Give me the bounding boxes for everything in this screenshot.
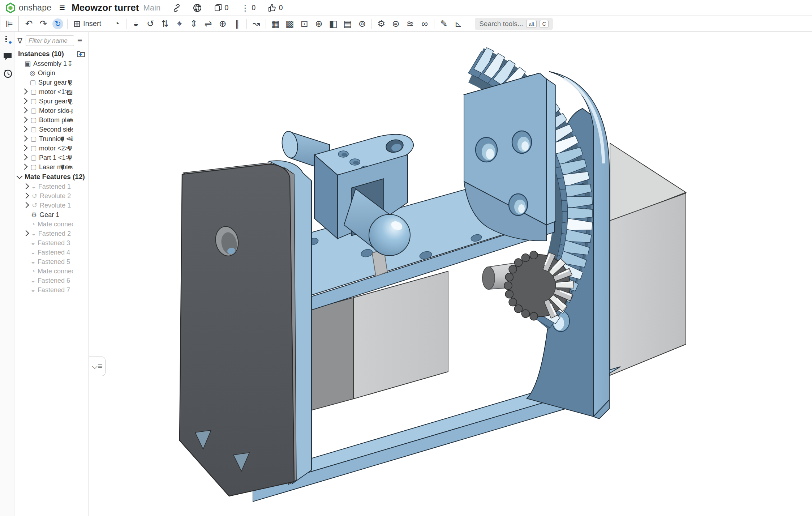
turret-upright-plate[interactable]: [464, 73, 556, 241]
instance-row[interactable]: ◎Origin: [14, 68, 89, 78]
mate-feature-row[interactable]: ◒Fastened 1: [14, 182, 89, 191]
instance-row[interactable]: ▢Laser moto...⋔⇦: [14, 162, 89, 172]
mate-feature-row[interactable]: ◒Fastened 7: [14, 285, 89, 295]
mate-feature-row[interactable]: ◒Fastened 3: [14, 238, 89, 248]
mate-feature-row[interactable]: ◒Fastened 2: [14, 229, 89, 238]
expand-chevron-icon[interactable]: [22, 98, 28, 104]
cylindrical-mate-button[interactable]: ⇕: [186, 17, 201, 30]
instance-row[interactable]: ▢motor <1>▨: [14, 87, 89, 97]
search-tools-button[interactable]: Search tools... alt C: [475, 18, 553, 30]
instance-row[interactable]: ▢Bottom plate <...⇦: [14, 115, 89, 125]
revolute-mate-button[interactable]: ↺: [143, 17, 158, 30]
insert-button[interactable]: ⊞Insert: [70, 19, 105, 29]
mate-connector-button[interactable]: ◔: [109, 17, 124, 30]
instance-row[interactable]: ▢Spur gear (...⋔: [14, 78, 89, 87]
instance-row[interactable]: ▢Trunnion <1>⋔⇦: [14, 134, 89, 144]
comments-icon[interactable]: [3, 52, 12, 61]
row-state-icons: ▨: [66, 88, 73, 96]
expand-chevron-icon[interactable]: [22, 145, 28, 151]
mate-feature-row[interactable]: ◔Mate connector 1: [14, 219, 89, 229]
assembly-structure-button[interactable]: ⊫: [0, 16, 19, 31]
onshape-logo[interactable]: onshape: [5, 3, 51, 13]
thumbs-up-icon: [268, 4, 276, 12]
chevron-spacer: [23, 287, 28, 292]
instance-row[interactable]: ▢Second side be...⇠: [14, 125, 89, 134]
instance-row[interactable]: ▢Spur gear (...⋔: [14, 97, 89, 106]
mate-feature-label: Fastened 3: [38, 239, 70, 247]
parallel-mate-button[interactable]: ∥: [230, 17, 244, 30]
main-menu-icon[interactable]: ≡: [59, 2, 65, 13]
second-side-plate[interactable]: [180, 163, 296, 496]
insert-instance-icon[interactable]: [77, 51, 85, 57]
fastened-icon: ◒: [31, 249, 35, 256]
expand-chevron-icon[interactable]: [23, 183, 29, 189]
screw-relation-button[interactable]: ≋: [403, 17, 417, 30]
ball-mate-button[interactable]: ⊕: [215, 17, 230, 30]
add-element-icon[interactable]: [3, 35, 12, 44]
mate-feature-row[interactable]: ◒Fastened 4: [14, 248, 89, 257]
slider-mate-button[interactable]: ⇅: [158, 17, 172, 30]
public-globe-button[interactable]: [193, 4, 202, 12]
filter-icon[interactable]: ∇: [17, 37, 22, 45]
filter-input[interactable]: [26, 35, 74, 46]
mate-feature-row[interactable]: ↺Revolute 1: [14, 201, 89, 210]
expand-chevron-icon[interactable]: [22, 154, 28, 161]
versions-button[interactable]: ⋮ 0: [241, 4, 255, 12]
planar-mate-button[interactable]: ⌖: [172, 17, 186, 30]
expand-chevron-icon[interactable]: [23, 230, 29, 236]
instance-row[interactable]: ▢Part 1 <1>⋔: [14, 153, 89, 162]
mate-feature-row[interactable]: ⚙Gear 1: [14, 210, 89, 219]
right-motor-block[interactable]: [610, 143, 686, 375]
likes-button[interactable]: 0: [268, 4, 283, 12]
expand-chevron-icon[interactable]: [23, 202, 29, 208]
instance-row[interactable]: ▢motor <2>⋔: [14, 144, 89, 153]
workspace-name[interactable]: Main: [143, 3, 160, 13]
tangent-mate-button[interactable]: ↝: [249, 17, 263, 30]
appearance-button[interactable]: ⊚: [355, 17, 369, 30]
share-link-button[interactable]: [173, 4, 181, 12]
copies-button[interactable]: 0: [214, 4, 228, 12]
mate-feature-row[interactable]: ◒Fastened 6: [14, 276, 89, 285]
redo-button[interactable]: ↷: [36, 17, 51, 30]
mate-features-header[interactable]: Mate Features (12): [14, 172, 89, 182]
toolbar-divider: [434, 19, 434, 29]
panel-collapse-flap[interactable]: ⌵≡: [89, 357, 106, 376]
drawing-button[interactable]: ✎: [437, 17, 451, 30]
expand-chevron-icon[interactable]: [22, 164, 28, 170]
graphics-viewport[interactable]: ⌵≡: [89, 32, 812, 516]
expand-chevron-icon[interactable]: [23, 193, 29, 199]
replicate-button[interactable]: ▩: [283, 17, 297, 30]
instances-header-label: Instances (10): [18, 50, 64, 58]
chevron-spacer: [23, 221, 28, 226]
gear-relation-button[interactable]: ⚙: [374, 17, 388, 30]
explode-view-button[interactable]: ⊛: [312, 17, 326, 30]
mate-feature-row[interactable]: ◒Fastened 5: [14, 257, 89, 266]
history-icon[interactable]: [3, 69, 12, 77]
expand-chevron-icon[interactable]: [22, 107, 28, 114]
bom-table-button[interactable]: ▤: [340, 17, 355, 30]
instance-row[interactable]: ▣Assembly 1↧: [14, 59, 89, 68]
rack-pinion-relation-button[interactable]: ⊜: [388, 17, 403, 30]
expand-chevron-icon[interactable]: [22, 126, 28, 132]
named-positions-button[interactable]: ⊡: [297, 17, 312, 30]
mate-feature-row[interactable]: ↺Revolute 2: [14, 191, 89, 201]
expand-chevron-icon[interactable]: [22, 117, 28, 123]
pin-slot-mate-button[interactable]: ⇌: [201, 17, 215, 30]
instance-label: Origin: [38, 69, 55, 77]
expand-chevron-icon[interactable]: [22, 89, 28, 95]
belt-relation-button[interactable]: ∞: [417, 17, 432, 30]
3d-assembly-canvas[interactable]: [89, 32, 812, 516]
display-states-button[interactable]: ◧: [326, 17, 340, 30]
group-button[interactable]: ▦: [268, 17, 283, 30]
fastened-mate-button[interactable]: ◒: [129, 17, 143, 30]
rollback-sync-button[interactable]: ↻: [52, 18, 63, 29]
search-tools-label: Search tools...: [479, 20, 523, 28]
undo-button[interactable]: ↶: [22, 17, 36, 30]
list-view-icon[interactable]: ≡: [77, 36, 82, 46]
revolute-icon: ↺: [32, 201, 37, 209]
mate-feature-row[interactable]: ◔Mate connector 2: [14, 266, 89, 276]
instance-row[interactable]: ▢Motor side piec...⇦: [14, 106, 89, 115]
expand-chevron-icon[interactable]: [22, 136, 28, 142]
measure-button[interactable]: ⊾: [451, 17, 465, 30]
row-state-icons: ⋔: [67, 97, 73, 105]
